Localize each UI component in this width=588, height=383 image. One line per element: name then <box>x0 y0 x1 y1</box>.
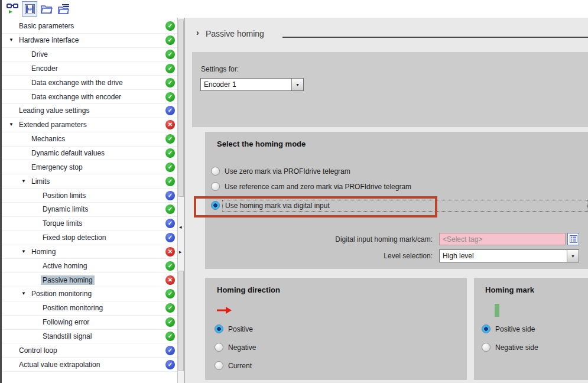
collapse-panel-arrow-icon[interactable]: ◂ <box>179 225 182 230</box>
radio-label: Current <box>228 362 252 370</box>
tree-item-leading-value-settings[interactable]: Leading value settings✓ <box>2 104 177 118</box>
status-ok-icon: ✓ <box>165 92 175 102</box>
radio-button[interactable] <box>482 343 490 352</box>
radio-option-negative[interactable]: Negative <box>215 341 256 353</box>
homing-direction-panel: Homing direction PositiveNegativeCurrent <box>205 278 467 380</box>
status-ok-icon: ✓ <box>165 21 175 31</box>
expander-arrow-icon[interactable]: ▼ <box>21 291 30 296</box>
homing-mode-panel: Select the homing mode Use zero mark via… <box>205 132 588 269</box>
passive-homing-content: › Passive homing Settings for: Encoder 1… <box>185 18 588 383</box>
tree-item-basic-parameters[interactable]: Basic parameters✓ <box>2 20 177 34</box>
radio-label: Use homing mark via digital input <box>222 200 588 212</box>
radio-label: Positive side <box>495 325 535 333</box>
radio-button[interactable] <box>215 343 223 352</box>
radio-label: Use reference cam and zero mark via PROF… <box>225 183 411 191</box>
scrollbar-thumb[interactable] <box>178 271 184 371</box>
direction-arrow-icon <box>217 306 232 316</box>
tree-item-data-exchange-with-encoder[interactable]: Data exchange with encoder✓ <box>2 90 177 104</box>
settings-for-dropdown[interactable]: Encoder 1 ▼ <box>200 78 304 91</box>
tree-item-position-monitoring[interactable]: ▼Position monitoring✓ <box>2 287 177 301</box>
radio-label: Negative <box>228 343 256 352</box>
radio-label: Use zero mark via PROFIdrive telegram <box>225 167 350 176</box>
homing-mode-radio-group: Use zero mark via PROFIdrive telegramUse… <box>211 165 588 212</box>
tree-item-active-homing[interactable]: Active homing✓ <box>2 259 177 273</box>
status-info-icon: ✓ <box>165 346 175 355</box>
tree-item-mechanics[interactable]: Mechanics✓ <box>2 132 177 147</box>
radio-option-positive-side[interactable]: Positive side <box>482 323 538 335</box>
status-error-icon: ✕ <box>165 275 175 285</box>
expander-arrow-icon[interactable]: ▼ <box>21 249 30 254</box>
radio-option-use-zero-mark-via-profidrive-telegram[interactable]: Use zero mark via PROFIdrive telegram <box>211 165 588 177</box>
tree-item-data-exchange-with-the-drive[interactable]: Data exchange with the drive✓ <box>2 76 177 90</box>
homing-mode-heading: Select the homing mode <box>217 139 306 148</box>
radio-button[interactable] <box>211 167 220 176</box>
select-tag-button[interactable] <box>567 233 579 245</box>
tree-item-dynamic-limits[interactable]: Dynamic limits✓ <box>2 203 177 217</box>
radio-option-use-reference-cam-and-zero-mark-via-profidrive-telegram[interactable]: Use reference cam and zero mark via PROF… <box>211 180 588 193</box>
tree-item-limits[interactable]: ▼Limits✓ <box>2 174 177 189</box>
section-chevron-icon[interactable]: › <box>196 28 199 37</box>
tree-item-torque-limits[interactable]: Torque limits✓ <box>2 217 177 231</box>
expander-arrow-icon[interactable]: ▼ <box>9 122 17 127</box>
open-folder-icon[interactable] <box>39 1 54 17</box>
radio-option-current[interactable]: Current <box>215 359 256 372</box>
expander-arrow-icon[interactable]: ▼ <box>9 38 17 43</box>
status-ok-icon: ✓ <box>165 163 175 172</box>
status-ok-icon: ✓ <box>165 177 175 186</box>
tree-item-label: Emergency stop <box>30 163 85 172</box>
tree-item-label: Drive <box>30 50 50 59</box>
expand-panel-arrow-icon[interactable]: ▸ <box>179 249 182 255</box>
tree-item-position-monitoring[interactable]: Position monitoring✓ <box>2 301 177 316</box>
status-info-icon: ✓ <box>165 106 175 115</box>
tree-item-fixed-stop-detection[interactable]: Fixed stop detection✓ <box>2 231 177 245</box>
tree-item-label: Torque limits <box>41 219 84 228</box>
radio-button[interactable] <box>215 324 223 333</box>
tree-item-emergency-stop[interactable]: Emergency stop✓ <box>2 160 177 174</box>
tree-item-label: Extended parameters <box>17 120 89 129</box>
tree-item-position-limits[interactable]: Position limits✓ <box>2 189 177 203</box>
function-view-icon[interactable] <box>22 1 37 17</box>
tree-item-dynamic-default-values[interactable]: Dynamic default values✓ <box>2 147 177 161</box>
level-selection-dropdown[interactable]: High level ▼ <box>439 249 579 262</box>
settings-for-label: Settings for: <box>201 65 239 73</box>
tree-item-extended-parameters[interactable]: ▼Extended parameters✕ <box>2 118 177 132</box>
tree-item-following-error[interactable]: Following error✓ <box>2 316 177 330</box>
tree-item-label: Dynamic default values <box>30 148 106 158</box>
radio-button[interactable] <box>211 182 220 191</box>
homing-direction-heading: Homing direction <box>217 285 280 294</box>
tree-item-homing[interactable]: ▼Homing✕ <box>2 245 177 259</box>
status-ok-icon: ✓ <box>165 303 175 313</box>
tree-item-label: Active homing <box>41 261 89 271</box>
tree-item-label: Hardware interface <box>17 35 80 45</box>
status-ok-icon: ✓ <box>165 35 175 45</box>
tree-item-label: Homing <box>30 247 57 257</box>
dropdown-arrow-icon[interactable]: ▼ <box>291 79 303 90</box>
status-ok-icon: ✓ <box>165 50 175 59</box>
radio-option-use-homing-mark-via-digital-input[interactable]: Use homing mark via digital input <box>211 199 588 212</box>
tree-item-control-loop[interactable]: Control loop✓ <box>2 343 177 358</box>
tree-item-standstill-signal[interactable]: Standstill signal✓ <box>2 330 177 344</box>
monitor-glasses-icon[interactable] <box>5 1 20 17</box>
scrollbar-thumb[interactable] <box>178 20 184 197</box>
tree-item-drive[interactable]: Drive✓ <box>2 48 177 62</box>
tree-item-passive-homing[interactable]: Passive homing✕ <box>2 273 177 287</box>
radio-button[interactable] <box>215 361 223 370</box>
radio-button[interactable] <box>211 201 220 210</box>
dropdown-arrow-icon[interactable]: ▼ <box>567 250 579 262</box>
tree-item-label: Encoder <box>30 64 60 73</box>
tree-item-hardware-interface[interactable]: ▼Hardware interface✓ <box>2 34 177 48</box>
open-all-folders-icon[interactable] <box>56 1 72 17</box>
tree-item-actual-value-extrapolation[interactable]: Actual value extrapolation✓ <box>2 358 177 372</box>
radio-option-negative-side[interactable]: Negative side <box>482 341 538 353</box>
status-ok-icon: ✓ <box>165 134 175 144</box>
function-view-toolbar <box>2 0 588 18</box>
tree-item-encoder[interactable]: Encoder✓ <box>2 62 177 76</box>
expander-arrow-icon[interactable]: ▼ <box>21 179 30 184</box>
radio-button[interactable] <box>482 324 490 333</box>
radio-option-positive[interactable]: Positive <box>215 323 256 335</box>
tree-scrollbar[interactable]: ◂ ▸ <box>177 18 185 383</box>
level-selection-value: High level <box>440 250 567 262</box>
digital-input-tag-field[interactable]: <Select tag> <box>439 233 566 245</box>
status-info-icon: ✓ <box>165 360 175 369</box>
digital-input-row: Digital input homing mark/cam: <Select t… <box>205 233 579 245</box>
